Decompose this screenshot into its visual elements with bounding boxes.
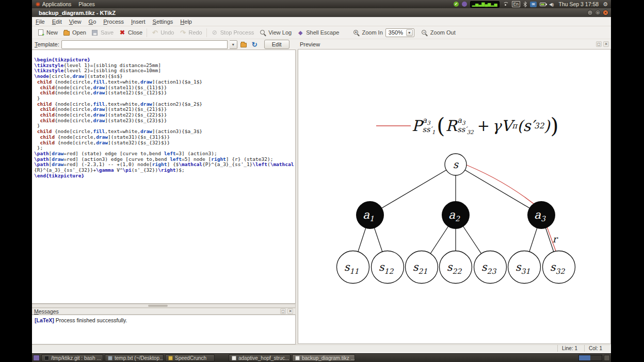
menu-view[interactable]: View (66, 17, 85, 26)
applications-menu-label: Applications (42, 1, 72, 7)
redo-icon: ↷ (179, 29, 186, 36)
zoom-in-button[interactable]: + Zoom In (350, 28, 385, 37)
places-menu-label: Places (78, 1, 95, 7)
messages-dock-title: Messages (34, 308, 59, 315)
window-controls: – ▢ ✕ (587, 10, 608, 15)
keyboard-layout-indicator[interactable]: En (512, 1, 520, 7)
workspace-1[interactable] (579, 355, 590, 360)
minimize-button[interactable]: – (587, 10, 593, 15)
toolbar-separator (206, 28, 207, 37)
reward-edge-label: r (553, 234, 558, 244)
time-tracker-icon[interactable] (462, 2, 467, 7)
messages-float-icon[interactable]: ◻ (280, 308, 286, 314)
task-adaptive-hopf[interactable]: adaptive_hopf_struc... (229, 354, 291, 361)
code-line: child{node[circle,draw](state12){$s_{12}… (34, 90, 294, 96)
template-dropdown-arrow[interactable]: ▾ (230, 40, 237, 49)
red-edge-s-a3 (459, 162, 542, 210)
save-button[interactable]: Save (89, 28, 116, 37)
preview-dock-header: Preview ◻ ✕ (298, 39, 611, 49)
template-open-button[interactable] (239, 40, 248, 49)
clock[interactable]: Thu Sep 3 17:58 (555, 1, 602, 7)
shell-escape-button[interactable]: ◆ Shell Escape (294, 28, 342, 37)
folder-icon (240, 43, 247, 47)
zoom-out-button[interactable]: − Zoom Out (418, 28, 458, 37)
mail-indicator-icon[interactable]: ✉ (530, 2, 537, 7)
status-col: Col: 1 (584, 345, 611, 352)
places-menu[interactable]: Places (75, 0, 99, 8)
workspace-2[interactable] (590, 355, 602, 360)
undo-button[interactable]: ↶ Undo (149, 28, 176, 37)
menubar: File Edit View Go Process Insert Setting… (32, 17, 611, 26)
menu-insert[interactable]: Insert (127, 17, 149, 26)
scrollbar-thumb[interactable] (148, 305, 168, 307)
task-speedcrunch[interactable]: SpeedCrunch (165, 354, 215, 361)
wifi-icon[interactable] (503, 2, 509, 7)
close-file-icon: ✖ (119, 29, 126, 36)
code-editor[interactable]: \begin{tikzpicture}\tikzstyle{level 1}=[… (32, 50, 296, 304)
new-button[interactable]: New (35, 28, 60, 37)
battery-icon[interactable] (540, 3, 546, 6)
text-editor-icon (108, 356, 112, 360)
menu-edit[interactable]: Edit (49, 17, 66, 26)
bluetooth-icon[interactable] (523, 2, 527, 7)
desktop: ◉ Applications Places ✔ ▂▅▃▇▄▆▂▅ En ✉ ◀)… (32, 0, 611, 362)
calculator-icon (168, 356, 173, 360)
task-text-editor[interactable]: temp.txt (~/Desktop... (105, 354, 164, 361)
save-icon (91, 29, 99, 36)
update-ok-icon[interactable]: ✔ (454, 2, 459, 7)
template-input[interactable] (61, 40, 228, 49)
taskbar: /tmp/ktikz.git : bash ... temp.txt (~/De… (32, 354, 611, 362)
trash-icon[interactable] (604, 355, 610, 361)
menu-go[interactable]: Go (85, 17, 100, 26)
menu-process[interactable]: Process (100, 17, 127, 26)
window-titlebar[interactable]: backup_diagram.tikz - KTikZ – ▢ ✕ (32, 8, 611, 17)
preview-pane[interactable]: s a1 a2 a3 s11 s12 s21 s22 s23 s31 s32 r (298, 49, 611, 344)
code-line: \end{tikzpicture} (34, 173, 294, 179)
view-log-button[interactable]: View Log (256, 28, 294, 37)
document-icon (295, 356, 300, 360)
open-button[interactable]: Open (60, 28, 89, 37)
maximize-button[interactable]: ▢ (595, 10, 601, 15)
code-line: child {node[circle,draw](state32){$s_{32… (34, 140, 294, 146)
ubuntu-logo-icon: ◉ (36, 2, 40, 7)
show-desktop-icon[interactable] (33, 355, 40, 361)
zoom-level-value: 350% (389, 29, 403, 36)
screenshot-root: ◉ Applications Places ✔ ▂▅▃▇▄▆▂▅ En ✉ ◀)… (0, 0, 644, 362)
document-icon (232, 356, 236, 360)
task-backup-diagram[interactable]: backup_diagram.tikz ... (292, 354, 355, 361)
zoom-out-icon: − (421, 29, 428, 36)
template-edit-button[interactable]: Edit (264, 40, 289, 49)
menu-help[interactable]: Help (176, 17, 196, 26)
preview-close-icon[interactable]: ✕ (603, 41, 609, 47)
editor-horizontal-scrollbar[interactable] (32, 304, 296, 308)
chevron-down-icon: ▾ (406, 29, 413, 36)
applications-menu[interactable]: ◉ Applications (32, 0, 75, 8)
preview-float-icon[interactable]: ◻ (596, 41, 602, 47)
status-line: Line: 1 (557, 345, 584, 352)
close-file-button[interactable]: ✖ Close (116, 28, 145, 37)
task-terminal[interactable]: /tmp/ktikz.git : bash ... (41, 354, 103, 361)
system-tray: ✔ ▂▅▃▇▄▆▂▅ En ✉ ◀)) (454, 1, 556, 8)
undo-icon: ↶ (151, 29, 158, 36)
new-file-icon (37, 29, 44, 36)
rendered-formula: Pa3ss′1(Ra3ss′32+γVπ(s′32)) (412, 112, 559, 139)
redo-button[interactable]: ↷ Redo (176, 28, 204, 37)
workspace-switcher[interactable] (578, 355, 602, 361)
toolbar-separator (147, 28, 147, 37)
volume-icon[interactable]: ◀)) (549, 2, 553, 7)
messages-close-icon[interactable]: ✕ (287, 308, 293, 314)
template-reload-button[interactable]: ↻ (250, 40, 259, 49)
session-menu-icon[interactable]: ⚙ (602, 1, 611, 8)
messages-dock-header: Messages ◻ ✕ (32, 308, 296, 315)
stop-process-button[interactable]: ⊘ Stop Process (208, 28, 256, 37)
messages-panel[interactable]: [LaTeX] Process finished successfully. (32, 315, 296, 344)
code-line: child {node[circle,fill,text=white,draw]… (34, 79, 294, 85)
statusbar: Line: 1 Col: 1 (32, 344, 611, 352)
menu-settings[interactable]: Settings (149, 17, 177, 26)
system-monitor-applet[interactable]: ▂▅▃▇▄▆▂▅ (470, 1, 500, 8)
close-button[interactable]: ✕ (603, 10, 608, 15)
menu-file[interactable]: File (32, 17, 49, 26)
zoom-level-select[interactable]: 350% ▾ (385, 28, 414, 37)
zoom-in-icon: + (352, 29, 360, 36)
code-editor-content: \begin{tikzpicture}\tikzstyle{level 1}=[… (32, 50, 295, 178)
